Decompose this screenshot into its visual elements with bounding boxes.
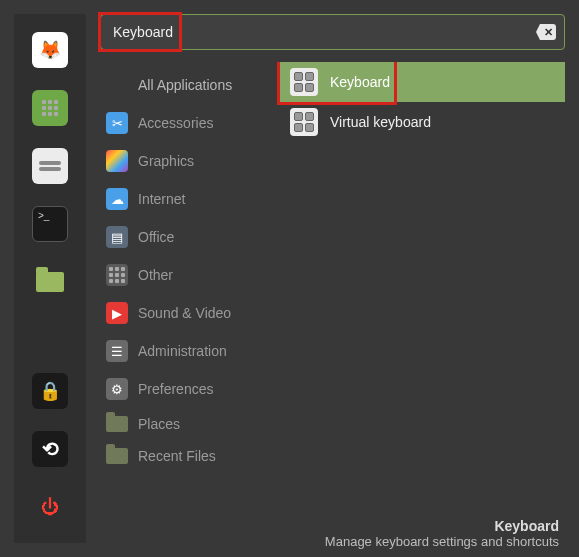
blank-icon	[106, 74, 128, 96]
results-list: Keyboard Virtual keyboard	[280, 62, 565, 514]
launcher-terminal[interactable]	[32, 206, 68, 242]
launcher-firefox[interactable]: 🦊	[32, 32, 68, 68]
category-accessories[interactable]: ✂ Accessories	[100, 104, 280, 142]
preferences-icon: ⚙	[106, 378, 128, 400]
category-label: Graphics	[138, 153, 194, 169]
folder-icon	[106, 448, 128, 464]
category-preferences[interactable]: ⚙ Preferences	[100, 370, 280, 408]
category-label: Sound & Video	[138, 305, 231, 321]
category-label: Preferences	[138, 381, 213, 397]
launcher-power[interactable]: ⏻	[32, 489, 68, 525]
graphics-icon	[106, 150, 128, 172]
cloud-icon: ☁	[106, 188, 128, 210]
launcher-logout[interactable]: ⟲	[32, 431, 68, 467]
apps-grid-icon	[42, 100, 58, 116]
category-graphics[interactable]: Graphics	[100, 142, 280, 180]
power-icon: ⏻	[41, 497, 59, 518]
category-list: All Applications ✂ Accessories Graphics …	[100, 62, 280, 514]
category-label: Office	[138, 229, 174, 245]
category-label: Accessories	[138, 115, 213, 131]
reload-icon: ⟲	[42, 437, 59, 461]
result-virtual-keyboard[interactable]: Virtual keyboard	[280, 102, 565, 142]
category-other[interactable]: Other	[100, 256, 280, 294]
category-administration[interactable]: ☰ Administration	[100, 332, 280, 370]
clear-search-button[interactable]: ✕	[536, 24, 556, 40]
folder-icon	[36, 272, 64, 292]
category-label: Other	[138, 267, 173, 283]
search-field-wrap: ✕	[100, 14, 565, 50]
result-keyboard[interactable]: Keyboard	[280, 62, 565, 102]
launcher-apps[interactable]	[32, 90, 68, 126]
category-label: All Applications	[138, 77, 232, 93]
category-label: Places	[138, 416, 180, 432]
play-icon: ▶	[106, 302, 128, 324]
lock-icon: 🔒	[39, 380, 61, 402]
category-label: Internet	[138, 191, 185, 207]
footer-info: Keyboard Manage keyboard settings and sh…	[100, 514, 565, 549]
office-icon: ▤	[106, 226, 128, 248]
result-label: Virtual keyboard	[330, 114, 431, 130]
launcher-panel: 🦊 🔒 ⟲ ⏻	[14, 14, 86, 543]
category-label: Recent Files	[138, 448, 216, 464]
backspace-icon: ✕	[544, 26, 553, 39]
category-all-applications[interactable]: All Applications	[100, 66, 280, 104]
launcher-files[interactable]	[32, 148, 68, 184]
launcher-folder[interactable]	[32, 264, 68, 300]
virtual-keyboard-icon	[290, 108, 318, 136]
menu-content: ✕ All Applications ✂ Accessories Graphic…	[86, 0, 579, 557]
category-internet[interactable]: ☁ Internet	[100, 180, 280, 218]
grid-icon	[106, 264, 128, 286]
admin-icon: ☰	[106, 340, 128, 362]
menu-columns: All Applications ✂ Accessories Graphics …	[100, 62, 565, 514]
launcher-lock[interactable]: 🔒	[32, 373, 68, 409]
category-label: Administration	[138, 343, 227, 359]
category-places[interactable]: Places	[100, 408, 280, 440]
category-sound-video[interactable]: ▶ Sound & Video	[100, 294, 280, 332]
firefox-icon: 🦊	[39, 39, 61, 61]
result-label: Keyboard	[330, 74, 390, 90]
footer-description: Manage keyboard settings and shortcuts	[100, 534, 559, 549]
folder-icon	[106, 416, 128, 432]
files-icon	[39, 161, 61, 165]
keyboard-icon	[290, 68, 318, 96]
search-input[interactable]	[113, 24, 528, 40]
category-recent-files[interactable]: Recent Files	[100, 440, 280, 472]
scissors-icon: ✂	[106, 112, 128, 134]
category-office[interactable]: ▤ Office	[100, 218, 280, 256]
footer-title: Keyboard	[100, 518, 559, 534]
